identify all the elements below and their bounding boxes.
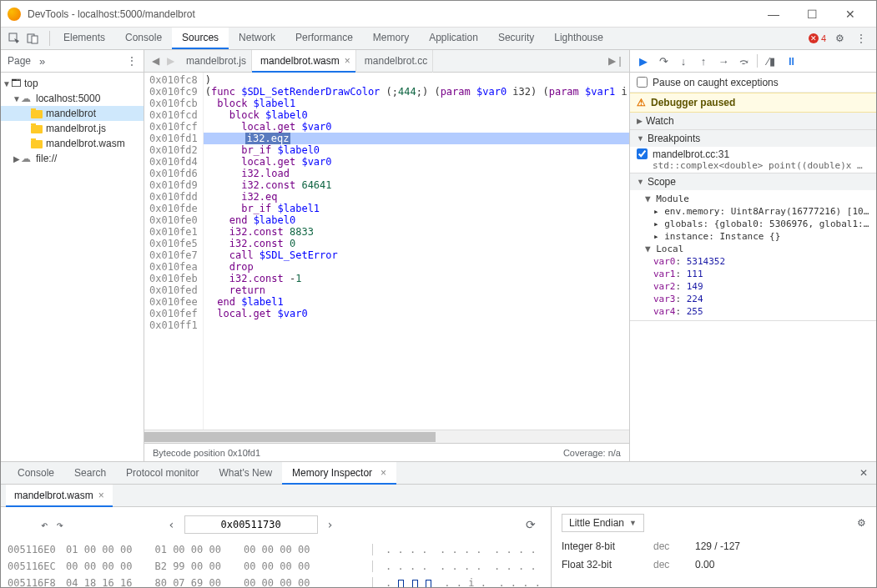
close-icon[interactable]: × — [98, 490, 104, 501]
tree-item-mandelbrot-js[interactable]: mandelbrot.js — [1, 121, 144, 136]
close-icon[interactable]: × — [345, 55, 350, 67]
code-editor[interactable]: 0x010fc8 0x010fc9 0x010fcb 0x010fcd 0x01… — [144, 73, 629, 430]
hex-address[interactable]: 005116F8 — [8, 577, 66, 588]
step-out-icon[interactable]: ↑ — [697, 55, 710, 68]
resume-icon[interactable]: ▶ — [637, 55, 650, 68]
pause-caught-label: Pause on caught exceptions — [653, 77, 779, 88]
deactivate-breakpoints-icon[interactable]: ⤼ — [737, 55, 750, 68]
local-var[interactable]: var2: 149 — [637, 280, 873, 293]
value-type-label: Float 32-bit — [562, 559, 653, 570]
local-var[interactable]: var4: 255 — [637, 305, 873, 318]
scope-globals[interactable]: ▸ globals: {global0: 5306976, global1: 6… — [637, 218, 873, 230]
editor-tab-label: mandelbrot.wasm — [260, 55, 340, 67]
tree-item-mandelbrot-wasm[interactable]: mandelbrot.wasm — [1, 136, 144, 151]
refresh-icon[interactable]: ⟳ — [526, 518, 536, 531]
pause-exceptions-icon[interactable]: ⏸ — [784, 55, 798, 68]
tab-performance[interactable]: Performance — [285, 28, 363, 49]
horizontal-scrollbar[interactable] — [144, 430, 629, 443]
tree-host[interactable]: ▼localhost:5000 — [1, 91, 144, 106]
drawer-close-icon[interactable]: ✕ — [851, 467, 876, 479]
tab-application[interactable]: Application — [419, 28, 488, 49]
tree-item-label: mandelbrot.wasm — [46, 138, 125, 149]
inspect-element-icon[interactable] — [6, 30, 23, 47]
step-over-icon[interactable]: ↷ — [657, 55, 670, 68]
prev-page-icon[interactable]: ‹ — [159, 518, 184, 531]
local-var[interactable]: var3: 224 — [637, 293, 873, 305]
pause-caught-checkbox[interactable] — [637, 77, 648, 88]
scope-module[interactable]: ▼ Module — [637, 193, 873, 205]
step-icon[interactable]: → — [717, 55, 730, 68]
local-var[interactable]: var1: 111 — [637, 268, 873, 280]
hex-bytes[interactable]: 04 18 16 16 80 07 69 00 00 00 00 00 — [66, 577, 369, 588]
tab-network[interactable]: Network — [229, 28, 285, 49]
editor-tab-cc[interactable]: mandelbrot.cc — [356, 50, 433, 73]
tab-sources[interactable]: Sources — [172, 28, 229, 49]
value-interpreter: Integer 8-bitdec129 / -127Float 32-bitde… — [562, 540, 866, 570]
hex-ascii: . . . . . . . . . . . . — [386, 560, 544, 572]
drawer-tab-memory-inspector[interactable]: Memory Inspector× — [282, 462, 396, 485]
scope-instance[interactable]: ▸ instance: Instance {} — [637, 230, 873, 243]
run-snippet-icon[interactable]: ▶❘ — [607, 53, 624, 69]
value-settings-icon[interactable]: ⚙ — [857, 517, 866, 529]
tree-item-mandelbrot[interactable]: mandelbrot — [1, 106, 144, 121]
error-count-badge[interactable]: ✕4 — [809, 33, 826, 43]
redo-icon[interactable]: ↷ — [56, 518, 63, 531]
hex-viewer[interactable]: 005116E001 00 00 00 01 00 00 00 00 00 00… — [8, 544, 544, 588]
hex-bytes[interactable]: 01 00 00 00 01 00 00 00 00 00 00 00 — [66, 544, 369, 555]
hex-address[interactable]: 005116E0 — [8, 544, 66, 555]
debugger-paused-label: Debugger paused — [651, 97, 735, 108]
drawer-tab-console[interactable]: Console — [8, 462, 64, 485]
drawer-tab-whatsnew[interactable]: What's New — [209, 462, 282, 485]
breakpoints-section-header[interactable]: ▼Breakpoints — [630, 130, 876, 147]
window-maximize-button[interactable]: ☐ — [793, 2, 831, 27]
breakpoint-checkbox[interactable] — [637, 148, 648, 159]
source-content[interactable]: )(func $SDL_SetRenderDrawColor (;444;) (… — [204, 73, 629, 430]
editor-tab-wasm[interactable]: mandelbrot.wasm× — [252, 50, 356, 73]
scope-envmemory[interactable]: ▸ env.memory: Uint8Array(16777216) [101,… — [637, 205, 873, 218]
scope-local[interactable]: ▼ Local — [637, 243, 873, 255]
step-into-icon[interactable]: ↓ — [677, 55, 690, 68]
devtools-logo-icon — [8, 8, 21, 21]
watch-section-header[interactable]: ▶Watch — [630, 113, 876, 129]
tab-elements[interactable]: Elements — [53, 28, 115, 49]
editor-tab-js[interactable]: mandelbrot.js — [178, 50, 252, 73]
main-tabs: Elements Console Sources Network Perform… — [53, 28, 613, 49]
next-page-icon[interactable]: › — [318, 518, 343, 531]
value-format-label: dec — [653, 540, 695, 552]
more-menu-icon[interactable]: ⋮ — [853, 30, 869, 47]
tab-memory[interactable]: Memory — [363, 28, 419, 49]
tree-file-scheme[interactable]: ▶file:// — [1, 151, 144, 166]
navigator-page-label[interactable]: Page — [8, 55, 31, 67]
address-input[interactable] — [184, 515, 318, 534]
tab-console[interactable]: Console — [115, 28, 172, 49]
memory-inspector-tab[interactable]: mandelbrot.wasm× — [6, 485, 113, 507]
close-icon[interactable]: × — [381, 467, 386, 479]
drawer-tabs: Console Search Protocol monitor What's N… — [1, 462, 876, 485]
breakpoint-item[interactable]: mandelbrot.cc:31 std::complex<double> po… — [630, 147, 876, 173]
scope-module-label: Module — [656, 193, 689, 204]
endianness-select[interactable]: Little Endian▼ — [562, 514, 644, 532]
value-output: 129 / -127 — [695, 540, 866, 552]
navigator-more-icon[interactable]: » — [39, 55, 45, 68]
tab-lighthouse[interactable]: Lighthouse — [544, 28, 613, 49]
window-minimize-button[interactable]: — — [754, 2, 793, 27]
script-blackbox-icon[interactable]: ⁄▮ — [764, 55, 778, 68]
editor-history-back-icon[interactable]: ◀ — [148, 55, 163, 67]
tree-host-label: localhost:5000 — [36, 93, 100, 104]
device-toolbar-icon[interactable] — [24, 30, 41, 47]
settings-gear-icon[interactable]: ⚙ — [831, 30, 848, 47]
undo-icon[interactable]: ↶ — [41, 518, 48, 531]
debugger-paused-banner: ⚠ Debugger paused — [630, 93, 876, 113]
tree-top[interactable]: ▼🗔top — [1, 76, 144, 91]
scope-section-header[interactable]: ▼Scope — [630, 173, 876, 190]
tab-security[interactable]: Security — [488, 28, 544, 49]
drawer-tab-protocol[interactable]: Protocol monitor — [116, 462, 209, 485]
error-count-value: 4 — [821, 33, 826, 43]
window-close-button[interactable]: ✕ — [831, 2, 869, 27]
hex-bytes[interactable]: 00 00 00 00 B2 99 00 00 00 00 00 00 — [66, 560, 369, 572]
endian-label: Little Endian — [569, 517, 624, 529]
local-var[interactable]: var0: 5314352 — [637, 255, 873, 268]
drawer-tab-search[interactable]: Search — [64, 462, 116, 485]
hex-address[interactable]: 005116EC — [8, 560, 66, 572]
navigator-menu-icon[interactable]: ⋮ — [127, 55, 137, 67]
